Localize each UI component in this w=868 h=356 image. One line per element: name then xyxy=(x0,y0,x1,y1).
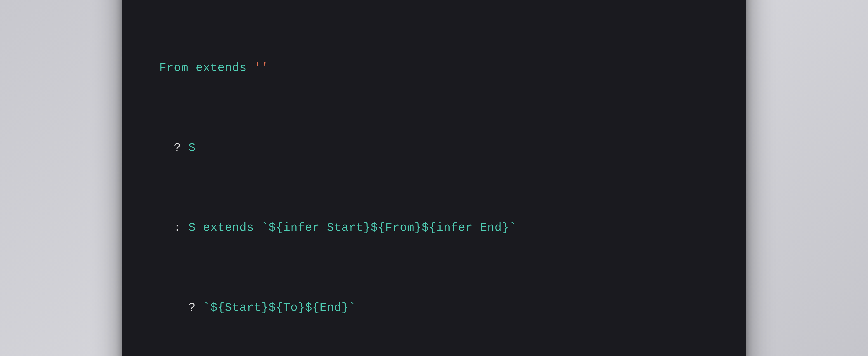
kw-infer-1: infer xyxy=(283,221,327,234)
code-block: type Replace<S extends string, From exte… xyxy=(145,0,723,356)
code-line-3: ? S xyxy=(145,138,723,158)
param-from-3: From xyxy=(385,221,414,234)
colon-1: : xyxy=(145,221,188,234)
template-mid-2: }${ xyxy=(414,221,436,234)
code-line-5: ? `${Start}${To}${End}` xyxy=(145,298,723,318)
param-start-2: Start xyxy=(225,301,261,315)
question-s: ? xyxy=(145,141,188,155)
kw-extends-5: extends xyxy=(196,221,261,234)
param-from-2: From xyxy=(159,61,188,74)
indent-2 xyxy=(145,61,159,74)
string-empty: '' xyxy=(254,61,269,74)
param-to-2: To xyxy=(283,301,298,315)
kw-infer-2: infer xyxy=(436,221,480,234)
kw-extends-4: extends xyxy=(188,61,254,74)
question-template: ? xyxy=(145,301,203,315)
param-s-2: S xyxy=(188,141,195,155)
param-start-1: Start xyxy=(327,221,363,234)
template-mid-3: }${ xyxy=(261,301,283,315)
param-s-3: S xyxy=(188,221,195,234)
template-mid-1: }${ xyxy=(363,221,385,234)
template-open-1: `${ xyxy=(261,221,283,234)
template-close-2: }` xyxy=(342,301,356,315)
code-card: type Replace<S extends string, From exte… xyxy=(122,0,746,356)
code-line-2: From extends '' xyxy=(145,58,723,78)
template-open-2: `${ xyxy=(203,301,225,315)
param-end-1: End xyxy=(480,221,502,234)
param-end-2: End xyxy=(320,301,342,315)
template-mid-4: }${ xyxy=(298,301,320,315)
code-line-4: : S extends `${infer Start}${From}${infe… xyxy=(145,218,723,238)
template-close-1: }` xyxy=(502,221,517,234)
